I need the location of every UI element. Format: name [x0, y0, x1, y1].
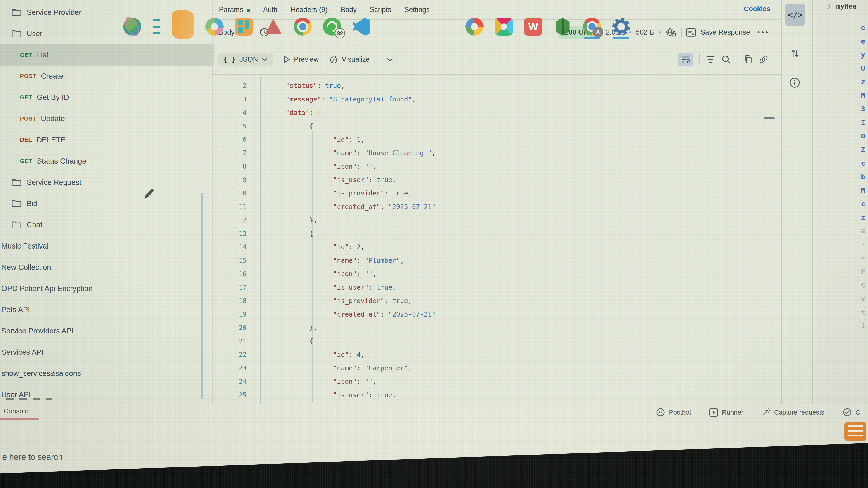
code-line: 22 "id": 4,	[213, 348, 781, 361]
info-icon[interactable]	[789, 77, 801, 89]
taskbar-search-input[interactable]: e here to search	[2, 452, 63, 462]
capture-requests-label: Capture requests	[774, 409, 825, 416]
visualize-button[interactable]: Visualize	[329, 55, 370, 64]
visualize-dropdown[interactable]	[380, 54, 393, 65]
sidebar-item[interactable]: GET Get By ID	[0, 87, 207, 108]
code-scroll-indicator[interactable]	[764, 118, 775, 119]
code-line: 7 "name": "House Cleaning ",	[213, 147, 781, 160]
chrome-icon[interactable]	[293, 18, 312, 36]
more-options-icon[interactable]	[757, 30, 769, 34]
globe-lock-icon[interactable]	[665, 27, 677, 37]
code-token: "2025-07-21"	[388, 203, 436, 210]
color-wheel-icon[interactable]	[206, 18, 223, 36]
request-tab[interactable]: Body	[341, 6, 357, 14]
code-line: 5 {	[213, 120, 781, 133]
code-token	[262, 135, 333, 143]
sidebar-item-label: Service Providers API	[1, 327, 73, 335]
sidebar-item[interactable]: New Collection	[0, 257, 207, 278]
vscode-icon[interactable]	[352, 18, 370, 36]
sidebar-item[interactable]: show_services&saloons	[0, 363, 207, 384]
line-number: 4	[213, 106, 247, 120]
sidebar-item[interactable]: POST Create	[0, 66, 207, 87]
request-tab[interactable]: Params	[219, 6, 250, 14]
code-line: 16 "icon": "",	[213, 267, 781, 281]
slack-icon[interactable]	[495, 18, 513, 36]
sidebar-item[interactable]: DEL DELETE	[0, 129, 207, 151]
request-response-panel: ParamsAuthHeaders (9)BodyScriptsSettings…	[213, 0, 781, 403]
snippet-char: F	[859, 265, 868, 278]
save-response-button[interactable]: Save Response	[701, 28, 750, 36]
runner-button[interactable]: Runner	[709, 408, 743, 417]
orange-app-icon[interactable]	[844, 422, 866, 441]
sidebar-item[interactable]: GET List	[0, 44, 214, 66]
wps-writer-icon[interactable]	[524, 18, 542, 36]
code-token: ""	[365, 270, 373, 278]
line-number: 14	[213, 240, 247, 254]
folder-peach-icon[interactable]	[172, 10, 194, 39]
earth-globe-icon[interactable]	[123, 18, 141, 36]
copy-icon[interactable]	[743, 55, 753, 64]
sidebar-item[interactable]: OPD Patient Api Encryption	[0, 278, 207, 299]
active-app-indicator	[613, 37, 629, 39]
taskbar-spacer[interactable]	[382, 26, 454, 28]
save-icon[interactable]	[686, 28, 696, 37]
capture-requests-button[interactable]: Capture requests	[762, 408, 825, 417]
postbot-label: Postbot	[669, 409, 691, 416]
code-line: 26 "is_provider": true	[213, 402, 781, 403]
console-button[interactable]: Console	[4, 407, 29, 415]
code-line: 14 "id": 2,	[213, 240, 781, 254]
preview-button[interactable]: Preview	[283, 55, 319, 64]
cookies-link[interactable]: Cookies	[744, 5, 770, 13]
code-snippet-button[interactable]: </>	[785, 4, 805, 26]
wrap-text-button[interactable]	[678, 53, 693, 66]
request-tab[interactable]: Scripts	[370, 6, 391, 14]
sidebar-item[interactable]: User API	[0, 384, 207, 405]
request-method-label: POST	[20, 73, 36, 80]
response-json-viewer[interactable]: 2 "status": true, 3 "message": "8 catego…	[213, 75, 781, 403]
request-tab[interactable]: Headers (9)	[291, 6, 328, 14]
search-icon[interactable]	[721, 55, 731, 64]
code-token: :	[384, 189, 392, 197]
paint-app-icon[interactable]	[235, 18, 253, 36]
sidebar-item[interactable]: Pets API	[0, 299, 207, 320]
arrows-updown-icon[interactable]	[790, 48, 800, 59]
code-token: "Carpenter"	[365, 364, 408, 372]
mongodb-leaf-icon[interactable]	[554, 18, 572, 36]
filter-icon[interactable]	[706, 56, 715, 64]
link-icon[interactable]	[758, 55, 769, 64]
request-tab[interactable]: Settings	[404, 6, 430, 14]
settings-gear-icon[interactable]	[612, 18, 630, 35]
code-token: :	[357, 162, 365, 170]
triangle-app-icon[interactable]	[264, 18, 282, 36]
postbot-button[interactable]: Postbot	[656, 408, 691, 417]
sidebar-item[interactable]: GET Status Change	[0, 151, 207, 172]
snippet-header-text: myHea	[836, 2, 857, 10]
list-lines-icon[interactable]	[153, 20, 160, 34]
sidebar-item[interactable]: Services API	[0, 341, 207, 363]
code-token: "2025-07-21"	[388, 311, 436, 318]
sidebar-item-label: Music Festival	[1, 242, 49, 250]
sidebar-item[interactable]: Service Providers API	[0, 320, 207, 341]
snippet-char: C	[859, 278, 868, 292]
footer-edge-fragment: C	[856, 409, 860, 416]
folder-icon	[12, 8, 21, 17]
sidebar-item[interactable]: Music Festival	[0, 235, 207, 257]
code-line: 15 "name": "Plumber",	[213, 254, 781, 267]
code-token: "name"	[333, 149, 357, 157]
code-token	[262, 351, 333, 358]
code-token: "icon"	[333, 378, 357, 385]
sidebar-item[interactable]: Bid	[0, 193, 207, 214]
status-check-indicator[interactable]: C	[842, 408, 860, 417]
code-line-text: {	[262, 335, 313, 348]
google-photos-icon[interactable]	[465, 18, 484, 36]
sidebar-scrollbar[interactable]	[201, 193, 203, 399]
request-tab[interactable]: Auth	[263, 6, 278, 14]
code-token: "id"	[333, 243, 349, 251]
sidebar-item[interactable]: Service Request	[0, 172, 207, 193]
code-line-text: "id": 2,	[262, 240, 365, 254]
whatsapp-icon[interactable]: 32	[323, 18, 341, 36]
sidebar-item[interactable]: POST Update	[0, 108, 207, 129]
chrome-profile-icon[interactable]	[583, 18, 601, 36]
sidebar-item[interactable]: Chat	[0, 214, 207, 235]
json-view-button[interactable]: { } JSON	[218, 53, 273, 66]
